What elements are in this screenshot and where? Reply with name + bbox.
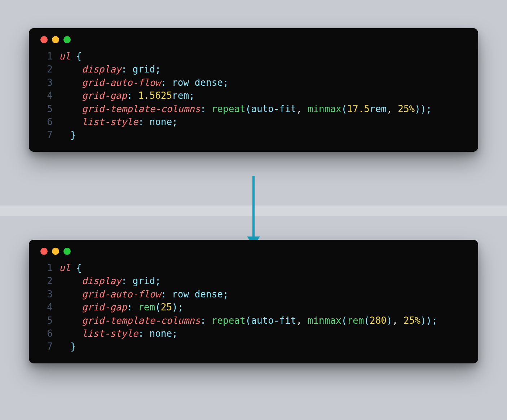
- token: list-style: [82, 116, 138, 127]
- stage: 1ul {2 display: grid;3 grid-auto-flow: r…: [0, 0, 507, 420]
- token: minmax: [308, 103, 341, 114]
- token: repeat: [212, 103, 246, 114]
- line-number: 6: [39, 327, 53, 340]
- token: [70, 262, 76, 273]
- line-number: 2: [39, 63, 53, 76]
- code-line: 1ul {: [39, 50, 468, 63]
- token: none: [149, 116, 172, 127]
- token: [392, 103, 398, 114]
- code-content: list-style: none;: [53, 115, 178, 128]
- token: auto-fit: [251, 103, 296, 114]
- token: (: [246, 103, 251, 114]
- token: [127, 275, 133, 286]
- code-block-bottom: 1ul {2 display: grid;3 grid-auto-flow: r…: [39, 261, 468, 353]
- minimize-icon[interactable]: [52, 36, 59, 43]
- token: grid: [133, 275, 155, 286]
- code-line: 6 list-style: none;: [39, 327, 468, 340]
- token: [59, 103, 82, 114]
- token: [59, 289, 82, 300]
- token: [133, 302, 138, 313]
- token: ;: [172, 116, 178, 127]
- token: ul: [59, 262, 70, 273]
- token: [206, 103, 212, 114]
- token: grid-auto-flow: [82, 77, 161, 88]
- token: ): [420, 103, 426, 114]
- code-window-bottom: 1ul {2 display: grid;3 grid-auto-flow: r…: [29, 240, 478, 363]
- code-line: 2 display: grid;: [39, 274, 468, 287]
- code-line: 7 }: [39, 340, 468, 353]
- line-number: 5: [39, 314, 53, 327]
- token: ;: [223, 77, 229, 88]
- line-number: 4: [39, 301, 53, 314]
- code-content: grid-template-columns: repeat(auto-fit, …: [53, 102, 432, 115]
- code-content: }: [53, 128, 76, 141]
- close-icon[interactable]: [40, 36, 48, 43]
- token: (: [341, 315, 347, 326]
- code-line: 4 grid-gap: rem(25);: [39, 301, 468, 314]
- code-content: grid-auto-flow: row dense;: [53, 76, 229, 89]
- code-line: 2 display: grid;: [39, 63, 468, 76]
- code-line: 7 }: [39, 128, 468, 141]
- token: [59, 302, 82, 313]
- token: grid-gap: [82, 90, 127, 101]
- token: ;: [432, 315, 437, 326]
- token: ): [387, 315, 392, 326]
- token: [144, 328, 150, 339]
- token: rem: [370, 103, 387, 114]
- code-content: ul {: [53, 261, 82, 274]
- token: rem: [172, 90, 189, 101]
- token: ;: [155, 275, 161, 286]
- token: [133, 90, 138, 101]
- code-content: grid-gap: 1.5625rem;: [53, 89, 195, 102]
- token: (: [364, 315, 370, 326]
- token: :: [200, 103, 206, 114]
- token: repeat: [212, 315, 246, 326]
- token: ;: [155, 64, 161, 75]
- zoom-icon[interactable]: [63, 36, 71, 43]
- token: [302, 103, 308, 114]
- token: :: [161, 289, 167, 300]
- token: :: [127, 90, 133, 101]
- token: ,: [296, 103, 302, 114]
- token: grid-template-columns: [82, 103, 200, 114]
- token: {: [76, 262, 82, 273]
- token: [59, 315, 82, 326]
- zoom-icon[interactable]: [63, 248, 71, 255]
- minimize-icon[interactable]: [52, 248, 59, 255]
- line-number: 3: [39, 76, 53, 89]
- token: grid-auto-flow: [82, 289, 161, 300]
- token: ul: [59, 51, 70, 62]
- token: ): [172, 302, 178, 313]
- code-content: list-style: none;: [53, 327, 178, 340]
- token: ,: [392, 315, 398, 326]
- token: [59, 77, 82, 88]
- code-block-top: 1ul {2 display: grid;3 grid-auto-flow: r…: [39, 50, 468, 142]
- token: 25%: [398, 103, 415, 114]
- code-line: 6 list-style: none;: [39, 115, 468, 128]
- token: [302, 315, 308, 326]
- token: [59, 64, 82, 75]
- line-number: 3: [39, 288, 53, 301]
- token: :: [127, 302, 133, 313]
- token: [59, 341, 70, 352]
- token: :: [200, 315, 206, 326]
- token: ;: [178, 302, 184, 313]
- token: auto-fit: [251, 315, 296, 326]
- traffic-lights: [39, 248, 468, 255]
- token: :: [121, 275, 127, 286]
- token: :: [138, 328, 144, 339]
- token: 1.5625: [138, 90, 172, 101]
- token: [59, 90, 82, 101]
- token: :: [138, 116, 144, 127]
- code-content: grid-gap: rem(25);: [53, 301, 183, 314]
- line-number: 7: [39, 340, 53, 353]
- line-number: 4: [39, 89, 53, 102]
- token: [59, 328, 82, 339]
- token: [206, 315, 212, 326]
- token: [398, 315, 404, 326]
- close-icon[interactable]: [40, 248, 48, 255]
- token: grid-template-columns: [82, 315, 200, 326]
- token: :: [121, 64, 127, 75]
- token: row dense: [172, 289, 223, 300]
- token: [59, 275, 82, 286]
